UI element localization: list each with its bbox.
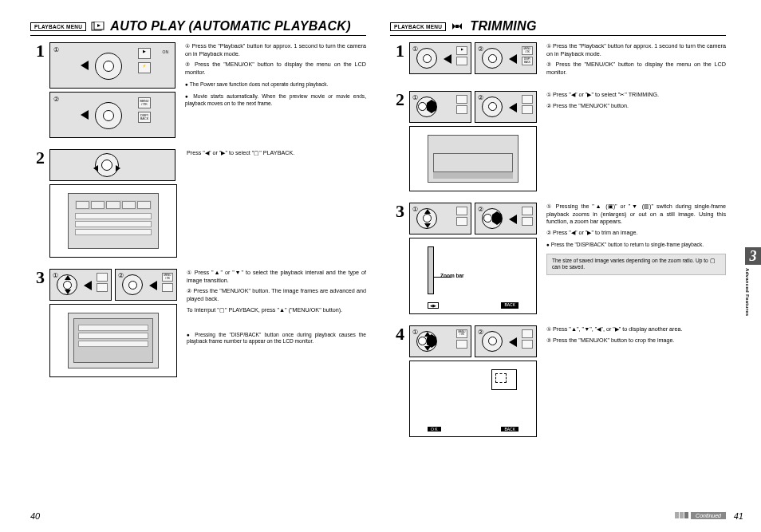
playback-menu-badge: PLAYBACK MENU <box>30 22 86 31</box>
step-number: 2 <box>390 91 404 191</box>
note-text: ● Pressing the "DISP/BACK" button once d… <box>187 332 366 346</box>
arrow-icon <box>509 337 517 347</box>
disp-back-button-icon: DISP/ BACK <box>138 112 151 123</box>
arrow-icon <box>149 281 157 290</box>
arrow-icon <box>444 54 451 64</box>
up-arrow-icon <box>65 268 71 280</box>
arrow-icon <box>509 103 517 112</box>
dpad-icon <box>95 153 119 177</box>
button-column <box>522 207 533 227</box>
lcd-diagram: Zoom bar ◀▶ BACK <box>409 238 537 314</box>
chapter-number: 3 <box>745 247 761 265</box>
camera-diagram: ① <box>409 91 471 123</box>
arrow-icon <box>84 281 92 290</box>
camera-diagram: ① <box>49 269 112 301</box>
instruction-text: ② Press "◀" or "▶" to trim an image. <box>546 229 726 237</box>
continued-indicator: Continued <box>674 512 726 519</box>
svg-marker-4 <box>459 23 462 30</box>
button-column <box>522 329 533 350</box>
back-label: BACK <box>501 302 519 309</box>
instruction-text: ① Press "▲" or "▼" to select the playbac… <box>187 269 366 284</box>
instruction-text: To Interrput "▢" PLAYBACK, press "▲" ("M… <box>187 306 366 314</box>
camera-diagram: ② MENU / OK DISP/ BACK <box>49 92 175 138</box>
arrow-icon <box>81 61 89 70</box>
menu-rows <box>75 213 152 237</box>
down-arrow-icon <box>424 223 431 235</box>
info-callout: The size of saved image varies depending… <box>546 254 726 275</box>
menu-ok-button-icon: MENU / OK <box>138 97 151 108</box>
arrow-icon <box>509 215 517 224</box>
dpad-icon <box>482 331 503 352</box>
trimming-icon <box>451 22 465 31</box>
down-arrow-icon <box>65 290 71 301</box>
down-arrow-icon <box>424 346 431 358</box>
instruction-text: ① Press the "Playback" button for approx… <box>185 42 366 57</box>
svg-rect-5 <box>455 25 459 28</box>
zoom-bar-vertical <box>428 246 434 294</box>
camera-diagram: ② MENU / OKDISP/ BACK <box>475 42 537 74</box>
step-number: 3 <box>390 203 404 314</box>
instruction-text: ② Press the "MENU/OK" button to display … <box>185 61 366 76</box>
button-column: ▶ <box>456 46 467 67</box>
page-title: TRIMMING <box>470 19 536 33</box>
menu-strip <box>75 200 152 210</box>
camera-diagram: ② <box>475 325 537 357</box>
playback-menu-badge: PLAYBACK MENU <box>390 22 446 31</box>
up-arrow-icon <box>424 202 431 214</box>
button-column: MENU / OK <box>162 273 173 294</box>
note-text: ● Movie starts automatically. When the p… <box>185 93 366 108</box>
step-number: 2 <box>30 149 45 258</box>
svg-marker-3 <box>452 23 455 30</box>
menu-rows <box>78 325 148 349</box>
autoplay-icon <box>91 22 105 31</box>
flash-button-icon: ⚡ <box>138 62 151 73</box>
note-text: ● The Power save function does not opera… <box>185 81 366 89</box>
lcd-diagram <box>49 184 177 258</box>
ok-label: ◀▶ <box>428 302 439 309</box>
camera-diagram: ② <box>475 203 537 234</box>
arrow-icon <box>81 110 89 120</box>
left-step-1: 1 ① ▶ ⚡ ON ② MENU / OK DISP/ BACK <box>30 42 366 138</box>
dpad-icon <box>482 208 503 229</box>
lcd-diagram: O K BACK <box>409 361 537 437</box>
dpad-icon <box>122 274 143 295</box>
right-step-3: 3 ① ② <box>390 203 726 314</box>
right-step-4: 4 ① MENU / OK ② <box>390 325 726 437</box>
instruction-text: ① Pressing the "▲ (▣)" or "▼ (▥)" switch… <box>546 203 726 226</box>
instruction-text: ① Press the "Playback" button for approx… <box>546 42 726 57</box>
left-step-3: 3 ① ② MENU / OK <box>30 269 366 377</box>
back-label: BACK <box>501 427 519 432</box>
instruction-text: ② Press the "MENU/OK" button. The image … <box>187 287 366 302</box>
right-step-2: 2 ① ② <box>390 91 726 191</box>
up-arrow-icon <box>424 325 431 337</box>
lcd-diagram <box>409 126 537 191</box>
chapter-tab: 3 Advanced Features <box>745 247 761 316</box>
step-number: 4 <box>390 325 404 437</box>
page-number-left: 40 <box>30 511 40 521</box>
instruction-text: ② Press the "MENU/OK" button. <box>546 102 726 110</box>
dpad-icon <box>95 102 122 129</box>
page-header-right: PLAYBACK MENU TRIMMING <box>390 19 726 36</box>
button-column <box>97 273 108 294</box>
chapter-label: Advanced Features <box>745 265 750 316</box>
button-column <box>456 207 467 227</box>
left-step-2: 2 Press "◀" or "▶" to select "▢" PLAYBAC… <box>30 149 366 258</box>
button-column: MENU / OK <box>456 329 467 350</box>
left-arrow-icon <box>93 165 98 171</box>
step-number: 1 <box>390 42 404 80</box>
ok-label: O K <box>428 427 441 432</box>
step-number: 1 <box>30 42 45 138</box>
camera-diagram <box>49 149 175 181</box>
instruction-text: ① Press "◀" or "▶" to select "✂" TRIMMIN… <box>546 91 726 99</box>
instruction-text: ② Press the "MENU/OK" button to crop the… <box>546 337 726 345</box>
button-column: MENU / OKDISP/ BACK <box>522 46 533 67</box>
note-text: ● Press the "DISP/BACK" button to return… <box>546 242 726 249</box>
camera-diagram: ① ▶ <box>409 42 471 74</box>
instruction-text: ② Press the "MENU/OK" button to display … <box>546 61 726 76</box>
camera-diagram: ① ▶ ⚡ ON <box>49 42 175 89</box>
on-label: ON <box>163 49 169 54</box>
play-button-icon: ▶ <box>138 48 151 59</box>
right-arrow-icon <box>432 100 436 113</box>
left-arrow-icon <box>492 211 497 225</box>
dpad-icon <box>482 97 503 117</box>
